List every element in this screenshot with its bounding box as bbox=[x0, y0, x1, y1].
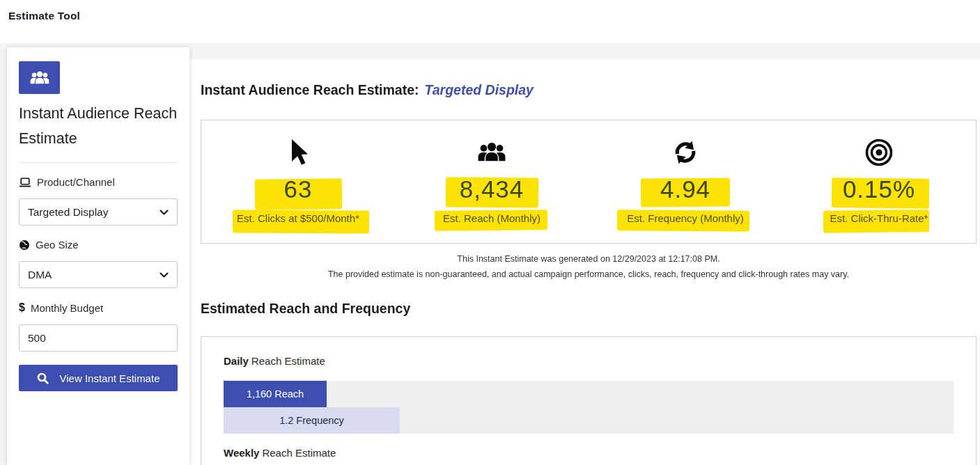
metric-ctr-value-highlight: 0.15% bbox=[843, 175, 915, 203]
metric-reach-label: Est. Reach (Monthly) bbox=[443, 212, 540, 224]
view-instant-estimate-label: View Instant Estimate bbox=[60, 372, 160, 384]
metric-frequency-value: 4.94 bbox=[660, 175, 710, 203]
sidebar-divider bbox=[19, 162, 178, 163]
globe-icon bbox=[19, 239, 30, 251]
metric-ctr-label-highlight: Est. Click-Thru-Rate* bbox=[830, 212, 928, 224]
users-group-icon bbox=[29, 70, 50, 86]
top-header: Estimate Tool bbox=[0, 0, 980, 43]
geo-size-value: DMA bbox=[28, 269, 52, 281]
metric-frequency-label-highlight: Est. Frequency (Monthly) bbox=[627, 212, 744, 224]
page-title: Instant Audience Reach Estimate:Targeted… bbox=[201, 82, 534, 98]
geo-size-select[interactable]: DMA bbox=[19, 261, 178, 288]
metric-reach-value-highlight: 8,434 bbox=[460, 175, 524, 203]
geo-size-label: Geo Size bbox=[19, 239, 178, 251]
metric-clicks: 63 Est. Clicks at $500/Month* bbox=[201, 120, 395, 243]
reach-frequency-heading: Estimated Reach and Frequency bbox=[201, 301, 410, 317]
metric-ctr-value: 0.15% bbox=[843, 175, 915, 203]
daily-frequency-bar: 1.2 Frequency bbox=[224, 407, 400, 434]
search-icon bbox=[37, 372, 49, 384]
page-title-prefix: Instant Audience Reach Estimate: bbox=[201, 82, 419, 97]
product-channel-value: Targeted Display bbox=[28, 206, 108, 219]
metric-ctr-label: Est. Click-Thru-Rate* bbox=[830, 212, 928, 224]
dollar-icon: $ bbox=[19, 301, 25, 314]
product-channel-label: Product/Channel bbox=[19, 176, 178, 188]
estimate-form-sidebar: Instant Audience Reach Estimate Product/… bbox=[7, 47, 189, 465]
audience-badge bbox=[19, 61, 60, 94]
metric-frequency-label: Est. Frequency (Monthly) bbox=[627, 212, 744, 224]
daily-period: Daily bbox=[224, 355, 249, 367]
chevron-down-icon bbox=[160, 210, 169, 215]
monthly-budget-label: $ Monthly Budget bbox=[19, 301, 178, 314]
metric-reach-value: 8,434 bbox=[460, 175, 524, 203]
chevron-down-icon bbox=[160, 272, 169, 278]
app-title: Estimate Tool bbox=[8, 10, 80, 22]
sidebar-panel-title: Instant Audience Reach Estimate bbox=[19, 101, 178, 151]
metric-ctr: 0.15% Est. Click-Thru-Rate* bbox=[782, 120, 976, 243]
instant-estimate-card: 63 Est. Clicks at $500/Month* 8,434 Est.… bbox=[201, 120, 977, 244]
weekly-period: Weekly bbox=[224, 447, 259, 459]
weekly-reach-label: WeeklyReach Estimate bbox=[224, 447, 954, 459]
daily-reach-label: DailyReach Estimate bbox=[224, 355, 954, 367]
metric-reach: 8,434 Est. Reach (Monthly) bbox=[395, 120, 589, 243]
daily-reach-track: 1,160 Reach 1.2 Frequency bbox=[224, 381, 954, 434]
reach-frequency-card: DailyReach Estimate 1,160 Reach 1.2 Freq… bbox=[201, 336, 977, 465]
laptop-icon bbox=[19, 177, 31, 188]
metric-clicks-value: 63 bbox=[284, 175, 313, 203]
daily-reach-bar: 1,160 Reach bbox=[224, 381, 327, 407]
product-channel-select[interactable]: Targeted Display bbox=[19, 198, 178, 226]
metric-clicks-label-highlight: Est. Clicks at $500/Month* bbox=[237, 212, 359, 224]
metric-clicks-value-highlight: 63 bbox=[284, 175, 313, 203]
page-title-channel: Targeted Display bbox=[425, 82, 534, 97]
metric-frequency-value-highlight: 4.94 bbox=[660, 175, 710, 203]
sync-icon bbox=[589, 136, 782, 168]
users-icon bbox=[395, 136, 589, 168]
estimate-disclaimer: The provided estimate is non-guaranteed,… bbox=[201, 269, 977, 279]
metric-frequency: 4.94 Est. Frequency (Monthly) bbox=[589, 120, 782, 243]
monthly-budget-input[interactable] bbox=[19, 324, 178, 352]
view-instant-estimate-button[interactable]: View Instant Estimate bbox=[19, 365, 178, 391]
generated-timestamp-note: This Instant Estimate was generated on 1… bbox=[201, 254, 977, 264]
metric-clicks-label: Est. Clicks at $500/Month* bbox=[237, 212, 359, 224]
bullseye-icon bbox=[782, 136, 976, 168]
metric-reach-label-highlight: Est. Reach (Monthly) bbox=[443, 212, 540, 224]
mouse-pointer-icon bbox=[201, 136, 395, 168]
